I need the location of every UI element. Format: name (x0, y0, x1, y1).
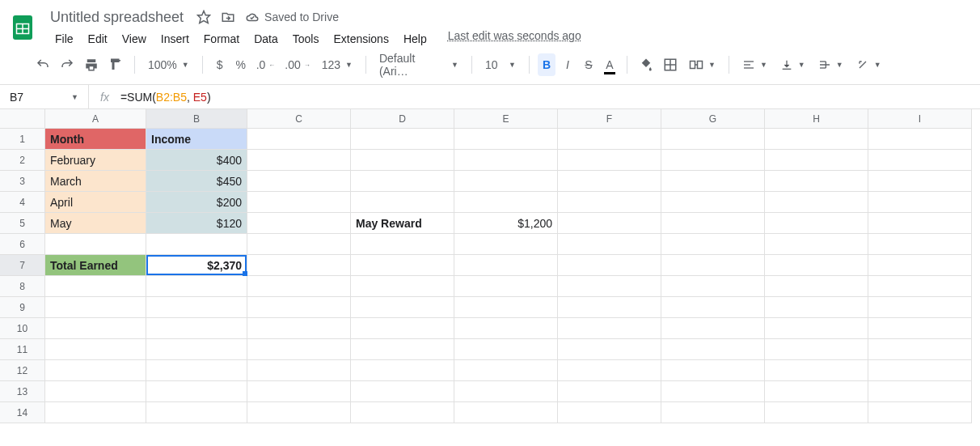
cell[interactable] (247, 192, 351, 213)
fill-color-icon[interactable] (636, 53, 657, 76)
cell[interactable] (868, 360, 972, 381)
cell[interactable] (868, 255, 972, 276)
cell[interactable] (868, 192, 972, 213)
row-header[interactable]: 14 (0, 402, 45, 423)
cell[interactable] (661, 381, 765, 402)
cell[interactable]: $1,200 (454, 213, 558, 234)
paint-format-icon[interactable] (105, 53, 126, 76)
undo-icon[interactable] (32, 53, 53, 76)
col-header[interactable]: F (558, 109, 661, 129)
row-header[interactable]: 11 (0, 339, 45, 360)
cell[interactable]: Total Earned (45, 255, 146, 276)
name-box[interactable]: B7▼ (0, 85, 89, 108)
cell[interactable] (558, 339, 661, 360)
cell[interactable] (765, 402, 868, 423)
cell[interactable] (765, 318, 868, 339)
borders-icon[interactable] (660, 53, 681, 76)
cell[interactable] (247, 150, 351, 171)
last-edit-link[interactable]: Last edit was seconds ago (448, 29, 581, 49)
cell[interactable] (45, 318, 146, 339)
cell[interactable] (558, 150, 661, 171)
row-header[interactable]: 4 (0, 192, 45, 213)
cell[interactable] (454, 171, 558, 192)
cell[interactable] (146, 360, 247, 381)
cell[interactable] (247, 255, 351, 276)
cell[interactable] (247, 297, 351, 318)
cloud-saved[interactable]: Saved to Drive (245, 10, 339, 24)
strikethrough-button[interactable]: S (580, 53, 598, 76)
cell[interactable] (661, 297, 765, 318)
cell[interactable] (351, 360, 454, 381)
font-size-dropdown[interactable]: 10▼ (480, 53, 521, 76)
cell[interactable] (146, 297, 247, 318)
cell[interactable] (45, 234, 146, 255)
cell[interactable] (351, 297, 454, 318)
cell[interactable] (351, 381, 454, 402)
cell[interactable] (661, 255, 765, 276)
cell[interactable]: March (45, 171, 146, 192)
cell[interactable] (247, 318, 351, 339)
col-header[interactable]: I (868, 109, 972, 129)
menu-tools[interactable]: Tools (286, 29, 326, 49)
cell[interactable] (765, 192, 868, 213)
cell[interactable] (661, 318, 765, 339)
cell[interactable] (868, 213, 972, 234)
cell[interactable]: April (45, 192, 146, 213)
row-header[interactable]: 7 (0, 255, 45, 276)
cell[interactable] (351, 402, 454, 423)
cell[interactable] (558, 381, 661, 402)
cell[interactable] (765, 339, 868, 360)
cell[interactable] (45, 402, 146, 423)
row-header[interactable]: 13 (0, 381, 45, 402)
row-header[interactable]: 12 (0, 360, 45, 381)
increase-decimal-icon[interactable]: .00 → (281, 53, 313, 76)
cell[interactable] (765, 171, 868, 192)
cell[interactable] (765, 381, 868, 402)
row-header[interactable]: 8 (0, 276, 45, 297)
cell[interactable] (868, 276, 972, 297)
print-icon[interactable] (81, 53, 102, 76)
redo-icon[interactable] (57, 53, 78, 76)
cell[interactable] (351, 255, 454, 276)
cell[interactable] (661, 192, 765, 213)
cell[interactable] (661, 171, 765, 192)
star-icon[interactable] (196, 10, 211, 24)
cell[interactable] (661, 234, 765, 255)
cell[interactable] (351, 276, 454, 297)
select-all-corner[interactable] (0, 109, 45, 129)
cell[interactable]: $400 (146, 150, 247, 171)
cell[interactable]: May Reward (351, 213, 454, 234)
cell[interactable] (765, 129, 868, 150)
row-header[interactable]: 6 (0, 234, 45, 255)
cell[interactable] (558, 129, 661, 150)
cell[interactable] (146, 234, 247, 255)
cell[interactable] (454, 234, 558, 255)
col-header[interactable]: D (351, 109, 454, 129)
cell[interactable] (558, 360, 661, 381)
cell[interactable] (247, 276, 351, 297)
cell[interactable] (45, 381, 146, 402)
cell[interactable] (247, 213, 351, 234)
cell[interactable] (351, 234, 454, 255)
zoom-dropdown[interactable]: 100%▼ (143, 53, 194, 76)
cell[interactable]: $450 (146, 171, 247, 192)
cell[interactable] (454, 318, 558, 339)
menu-format[interactable]: Format (197, 29, 246, 49)
cell[interactable] (765, 234, 868, 255)
cell[interactable] (558, 213, 661, 234)
cell[interactable] (661, 213, 765, 234)
fx-icon[interactable]: fx (89, 91, 120, 104)
cell[interactable]: February (45, 150, 146, 171)
cell[interactable] (146, 318, 247, 339)
cell[interactable] (146, 276, 247, 297)
cell[interactable]: $200 (146, 192, 247, 213)
cell[interactable] (146, 339, 247, 360)
decrease-decimal-icon[interactable]: .0 ← (253, 53, 279, 76)
cell[interactable] (558, 276, 661, 297)
cell[interactable] (661, 150, 765, 171)
cell[interactable] (454, 192, 558, 213)
rotate-dropdown[interactable]: ▼ (851, 53, 886, 76)
col-header[interactable]: G (661, 109, 765, 129)
cell[interactable]: $2,370 (146, 255, 247, 276)
cell[interactable] (454, 276, 558, 297)
